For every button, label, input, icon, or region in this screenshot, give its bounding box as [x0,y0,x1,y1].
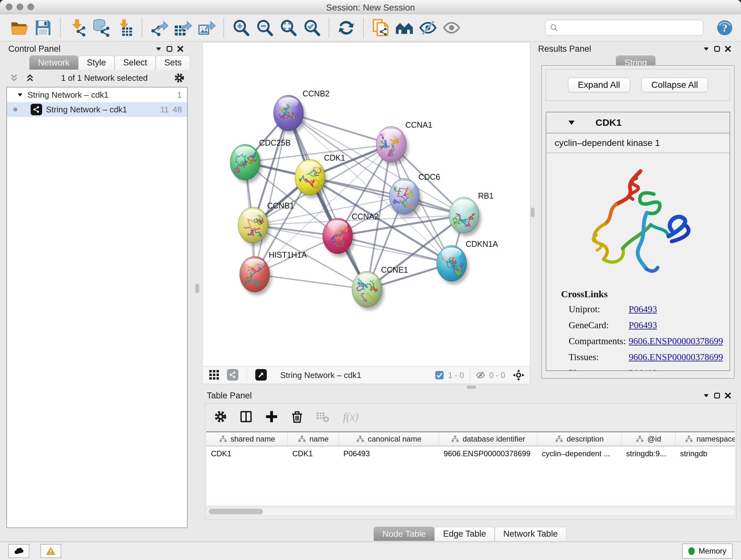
selected-checkbox-icon[interactable] [434,370,444,380]
string-view-button[interactable] [226,369,239,381]
search-input[interactable] [559,21,699,34]
warnings-button[interactable] [40,544,61,558]
hide-glass-effect-button[interactable] [416,17,440,38]
hidden-eye-slash-icon[interactable] [476,370,485,380]
expand-all-networks-button[interactable] [24,72,36,84]
protein-entry-section: CDK1 cyclin–dependent kinase 1 [546,112,730,371]
table-cell[interactable]: CDK1 [288,449,339,458]
tab-sets[interactable]: Sets [156,56,190,70]
show-glass-effect-button[interactable] [440,17,463,38]
column-header-shared-name[interactable]: shared name [206,432,288,446]
control-panel-float-button[interactable] [164,44,175,54]
network-node-ccnb2[interactable]: CCNB2 [273,89,330,134]
collapse-all-networks-button[interactable] [8,72,20,84]
cloud-button[interactable] [8,544,29,558]
network-node-cdkn1a[interactable]: CDKN1A [436,240,498,285]
export-network-button[interactable] [147,17,171,38]
left-splitter-handle[interactable] [195,284,199,293]
crosslink-link[interactable]: P06493 [629,304,657,314]
collapse-triangle-icon[interactable] [567,118,576,127]
results-panel-menu-button[interactable] [701,44,712,54]
grid-icon [208,369,220,381]
clone-network-button[interactable] [369,17,393,38]
tab-network[interactable]: Network [29,56,78,70]
network-edge[interactable] [288,113,367,289]
table-cell[interactable]: CDK1 [206,449,288,458]
column-header-name[interactable]: name [288,432,339,446]
add-column-button[interactable] [265,410,279,424]
svg-text:CCNA1: CCNA1 [405,120,432,129]
crosslink-link[interactable]: P06493 [629,368,657,371]
tab-node-table[interactable]: Node Table [374,527,434,541]
export-image-button[interactable] [195,17,218,38]
string-import-button[interactable] [393,17,416,38]
zoom-out-button[interactable] [253,17,276,38]
network-node-rb1[interactable]: RB1 [449,191,494,236]
scrollbar-thumb[interactable] [209,509,263,514]
network-node-hist1h1a[interactable]: HIST1H1A [240,250,307,295]
tab-network-table[interactable]: Network Table [495,527,566,541]
tab-select[interactable]: Select [115,56,156,70]
zoom-in-button[interactable] [229,17,253,38]
tree-column-icon [298,435,306,443]
results-panel-close-button[interactable] [723,44,733,54]
export-table-button[interactable] [171,17,195,38]
table-panel-float-button[interactable] [712,390,723,401]
network-view[interactable]: CCNB2CCNA1CDC25BCDK1CDC6RB1CCNB1CCNA2CDK… [202,42,530,384]
network-node-ccna1[interactable]: CCNA1 [376,120,432,165]
detach-view-button[interactable] [255,369,267,381]
memory-button[interactable]: Memory [682,543,733,559]
protein-entry-header[interactable]: CDK1 [546,112,730,133]
network-options-button[interactable] [173,71,186,84]
table-panel-close-button[interactable] [723,390,733,401]
table-cell[interactable]: stringdb [676,449,735,458]
bottom-splitter-handle[interactable] [467,385,476,389]
table-cell[interactable]: 9606.ENSP00000378699 [439,449,537,458]
network-node-cdc25b[interactable]: CDC25B [230,138,291,183]
crosslink-link[interactable]: 9606.ENSP00000378699 [629,352,723,362]
column-header-namespace[interactable]: namespace [676,432,735,446]
horizontal-scrollbar[interactable] [206,507,735,516]
results-panel: Results Panel String Expand All Collapse… [534,42,738,386]
network-canvas[interactable]: CCNB2CCNA1CDC25BCDK1CDC6RB1CCNB1CCNA2CDK… [203,43,530,366]
table-options-button[interactable] [213,410,227,424]
collapse-all-button[interactable]: Collapse All [642,78,708,92]
results-panel-float-button[interactable] [712,44,723,54]
column-header-at-id[interactable]: @id [622,432,676,446]
control-panel-close-button[interactable] [175,44,186,54]
crosslink-link[interactable]: 9606.ENSP00000378699 [629,336,723,347]
network-edge-count: 48 [173,105,182,115]
show-grid-button[interactable] [208,369,220,381]
show-columns-button[interactable] [239,410,253,424]
import-table-from-file-button[interactable] [113,17,137,38]
tab-edge-table[interactable]: Edge Table [434,527,495,541]
expand-all-button[interactable]: Expand All [568,78,630,92]
tab-style[interactable]: Style [78,56,115,70]
table-cell[interactable]: stringdb:9... [622,449,676,458]
zoom-selected-button[interactable] [300,17,324,38]
zoom-fit-button[interactable] [276,17,300,38]
delete-column-button[interactable] [290,410,304,424]
network-row[interactable]: String Network – cdk1 11 48 [7,102,187,117]
table-row[interactable]: CDK1CDK1P064939606.ENSP00000378699cyclin… [206,446,735,461]
network-node-cdc6[interactable]: CDC6 [389,172,440,217]
help-button[interactable]: ? [716,19,733,37]
column-header-description[interactable]: description [537,432,622,446]
close-icon [724,45,732,53]
table-panel-menu-button[interactable] [701,390,712,401]
control-panel-menu-button[interactable] [153,44,164,54]
import-network-from-database-button[interactable] [89,17,113,38]
network-collection-row[interactable]: String Network – cdk1 1 [7,87,187,102]
open-session-button[interactable] [8,17,31,38]
import-network-from-file-button[interactable] [66,17,89,38]
column-header-canonical-name[interactable]: canonical name [339,432,439,446]
table-cell[interactable]: cyclin–dependent ... [537,449,622,458]
search-box[interactable] [545,20,703,36]
crosslink-link[interactable]: P06493 [629,320,657,330]
apply-layout-button[interactable] [334,17,358,38]
network-node-ccne1[interactable]: CCNE1 [352,265,408,310]
column-header-database-identifier[interactable]: database identifier [439,432,537,446]
save-session-button[interactable] [31,17,55,38]
birdseye-toggle-button[interactable] [512,369,525,381]
table-cell[interactable]: P06493 [339,449,439,458]
